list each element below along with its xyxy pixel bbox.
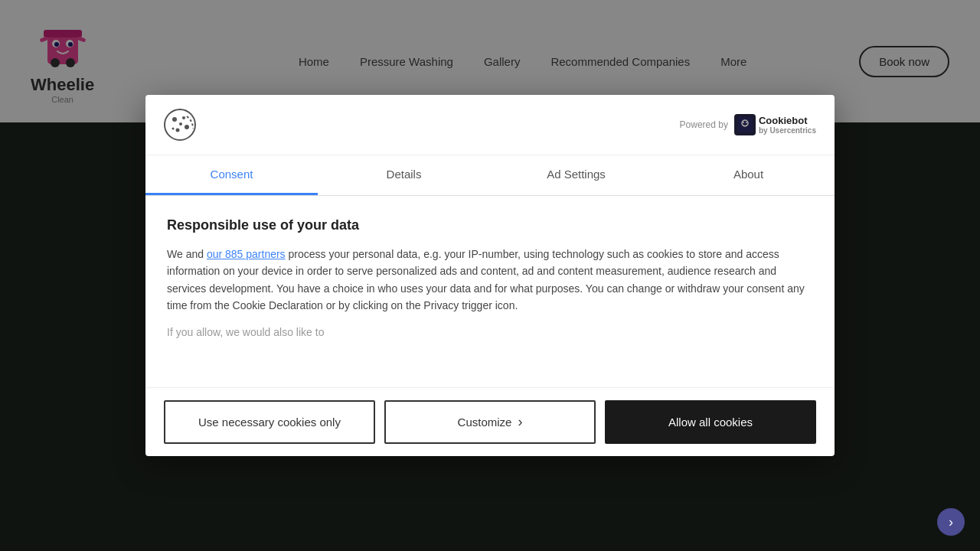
cookiebot-logo: Cookiebot by Usercentrics xyxy=(734,114,816,135)
use-necessary-cookies-button[interactable]: Use necessary cookies only xyxy=(164,400,375,444)
modal-body: Responsible use of your data We and our … xyxy=(145,196,835,388)
cookiebot-icon xyxy=(734,114,756,135)
svg-rect-17 xyxy=(737,117,753,132)
svg-point-12 xyxy=(182,116,185,119)
svg-point-11 xyxy=(172,117,177,122)
svg-point-20 xyxy=(746,122,747,123)
cookie-logo-icon xyxy=(164,109,196,141)
svg-point-19 xyxy=(743,122,744,123)
tab-consent[interactable]: Consent xyxy=(145,155,318,195)
powered-by-section: Powered by Cookiebot by Usercentr xyxy=(680,114,816,135)
modal-body-text: We and our 885 partners process your per… xyxy=(167,246,813,315)
svg-point-16 xyxy=(179,122,182,126)
svg-point-15 xyxy=(172,127,175,129)
cookiebot-name: Cookiebot xyxy=(759,115,816,126)
cookie-modal: Powered by Cookiebot by Usercentr xyxy=(145,95,835,457)
modal-footer: Use necessary cookies only Customize › A… xyxy=(145,387,835,456)
body-text-1: We and xyxy=(167,248,207,260)
tab-ad-settings[interactable]: Ad Settings xyxy=(490,155,662,195)
cookiebot-sub: by Usercentrics xyxy=(759,126,816,135)
powered-by-label: Powered by xyxy=(680,119,728,130)
customize-label: Customize xyxy=(458,416,512,429)
customize-button[interactable]: Customize › xyxy=(384,400,596,444)
scroll-icon: › xyxy=(949,514,953,530)
modal-title: Responsible use of your data xyxy=(167,217,813,233)
modal-tabs: Consent Details Ad Settings About xyxy=(145,155,835,196)
tab-about[interactable]: About xyxy=(662,155,835,195)
partners-link[interactable]: our 885 partners xyxy=(207,248,286,260)
allow-all-cookies-button[interactable]: Allow all cookies xyxy=(605,400,816,444)
fade-text: If you allow, we would also like to xyxy=(167,326,813,338)
modal-backdrop: Powered by Cookiebot by Usercentr xyxy=(0,0,980,551)
fade-area: If you allow, we would also like to xyxy=(167,326,813,372)
svg-point-13 xyxy=(185,125,189,129)
scroll-indicator: › xyxy=(937,508,965,536)
svg-point-14 xyxy=(176,128,180,132)
customize-chevron-icon: › xyxy=(518,414,522,430)
tab-details[interactable]: Details xyxy=(318,155,490,195)
modal-header: Powered by Cookiebot by Usercentr xyxy=(145,95,835,155)
